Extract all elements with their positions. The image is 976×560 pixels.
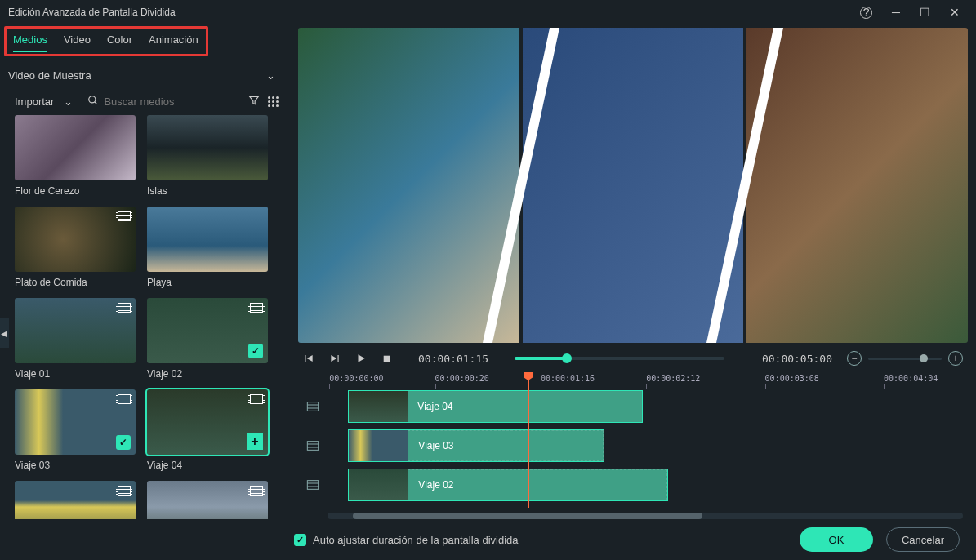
duration-time: 00:00:05:00 [762,353,832,365]
panel-tabs: Medios Video Color Animación [13,33,199,52]
playhead[interactable] [528,374,529,508]
filter-icon[interactable] [248,95,260,109]
media-item[interactable]: ✓ Viaje 03 [15,389,136,471]
media-label: Flor de Cerezo [15,185,136,197]
media-thumbnail [147,481,268,519]
auto-adjust-option[interactable]: ✓ Auto ajustar duración de la pantalla d… [294,534,519,546]
media-thumbnail: + [147,389,268,455]
media-item[interactable]: Flor de Cerezo [15,115,136,197]
preview-viewport [298,28,968,343]
transport-bar: 00:00:01:15 00:00:05:00 − + [298,343,968,374]
media-toolbar: Importar ⌄ [0,90,290,115]
section-title: Video de Muestra [8,69,91,82]
clip-thumbnail [349,430,408,461]
timeline-clip[interactable]: Viaje 03 [348,429,604,462]
tab-medios[interactable]: Medios [13,33,47,52]
chevron-down-icon: ⌄ [64,96,73,108]
track-type-icon [303,479,323,491]
cancel-button[interactable]: Cancelar [886,527,960,552]
media-thumbnail [15,115,136,180]
search-input[interactable] [104,96,202,108]
media-label: Islas [147,185,268,197]
help-icon[interactable]: ? [860,7,872,19]
clip-thumbnail [349,391,408,422]
media-item[interactable]: Playa [147,207,268,288]
media-item[interactable]: Viaje 05 [15,481,136,519]
section-header[interactable]: Video de Muestra ⌄ [0,61,290,90]
track-type-icon [303,440,323,451]
auto-adjust-label: Auto ajustar duración de la pantalla div… [313,534,519,546]
media-thumbnail: ✓ [147,298,268,363]
media-item[interactable]: Viaje 06 [147,481,268,519]
video-icon [118,211,131,221]
maximize-button[interactable]: ☐ [920,6,930,19]
svg-point-0 [89,96,96,103]
window-title: Edición Avanzada de Pantalla Dividida [8,7,176,18]
stop-button[interactable] [381,353,392,364]
checkbox-icon[interactable]: ✓ [294,534,306,546]
minimize-button[interactable]: ─ [892,6,900,19]
tab-animacion[interactable]: Animación [149,33,198,52]
zoom-slider[interactable] [868,358,942,360]
video-icon [118,394,131,404]
media-grid: Flor de Cerezo Islas Plato de Comida Pla… [0,115,290,519]
add-badge-icon[interactable]: + [247,433,263,450]
ruler-tick: 00:00:00:00 [329,374,383,389]
svg-line-1 [95,102,97,104]
timeline-clip[interactable]: Viaje 04 [348,390,643,423]
timeline-clip[interactable]: Viaje 02 [348,469,668,501]
next-frame-button[interactable] [329,353,341,364]
preview-slice-2 [523,28,744,343]
media-label: Viaje 04 [147,460,268,471]
tab-color[interactable]: Color [107,33,132,52]
media-label: Viaje 01 [15,368,136,380]
time-ruler[interactable]: 00:00:00:0000:00:00:2000:00:01:1600:00:0… [303,374,963,390]
chevron-down-icon: ⌄ [266,69,275,82]
media-item[interactable]: Viaje 01 [15,298,136,380]
grid-view-icon[interactable] [268,96,279,107]
zoom-control: − + [847,351,963,366]
ok-button[interactable]: OK [800,527,873,552]
preview-slice-1 [298,28,519,343]
ruler-tick: 00:00:03:08 [765,374,819,389]
media-thumbnail [15,207,136,272]
clip-thumbnail [349,469,408,500]
play-button[interactable] [355,353,367,364]
media-label: Viaje 03 [15,460,136,471]
video-icon [118,303,131,313]
svg-rect-2 [384,355,390,362]
timeline-track: Viaje 04 [303,390,963,423]
clip-label: Viaje 04 [408,391,642,422]
media-item[interactable]: ✓ Viaje 02 [147,298,268,380]
media-item[interactable]: + Viaje 04 [147,389,268,471]
track-body[interactable]: Viaje 03 [323,429,963,462]
progress-bar[interactable] [515,357,724,360]
media-item[interactable]: Plato de Comida [15,207,136,288]
ruler-tick: 00:00:04:04 [884,374,938,389]
track-body[interactable]: Viaje 04 [323,390,963,423]
prev-frame-button[interactable] [303,353,314,364]
tabs-highlight-box: Medios Video Color Animación [4,26,208,56]
collapse-panel-button[interactable]: ◀ [0,318,9,348]
timeline: 00:00:00:0000:00:00:2000:00:01:1600:00:0… [298,374,968,519]
track-body[interactable]: Viaje 02 [323,469,963,501]
media-item[interactable]: Islas [147,115,268,197]
media-label: Plato de Comida [15,277,136,288]
dialog-footer: ✓ Auto ajustar duración de la pantalla d… [0,519,976,560]
track-type-icon [303,401,323,412]
zoom-in-button[interactable]: + [948,351,963,366]
video-icon [250,486,263,496]
media-thumbnail [15,298,136,363]
window-controls: ? ─ ☐ ✕ [860,6,976,19]
timeline-track: Viaje 02 [303,469,963,501]
horizontal-scrollbar[interactable] [328,513,963,519]
svg-rect-3 [307,402,318,411]
media-label: Viaje 02 [147,368,268,380]
close-button[interactable]: ✕ [950,6,960,19]
import-button[interactable]: Importar ⌄ [15,96,73,108]
video-icon [250,394,263,404]
title-bar: Edición Avanzada de Pantalla Dividida ? … [0,0,976,24]
search-field[interactable] [87,95,240,109]
zoom-out-button[interactable]: − [847,351,862,366]
tab-video[interactable]: Video [64,33,91,52]
